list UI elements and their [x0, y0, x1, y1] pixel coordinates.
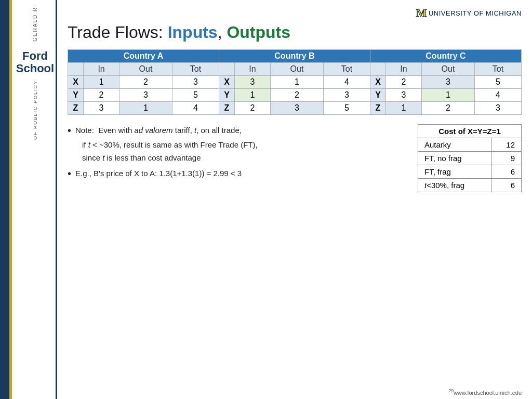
rc-tot-2: 3	[474, 102, 521, 115]
col-b-tot: Tot	[323, 63, 370, 76]
ra-in-2: 3	[84, 102, 119, 115]
country-b-header: Country B	[219, 50, 370, 63]
page-number: 29www.fordschool.umich.edu	[448, 390, 522, 396]
cost-table-wrapper: Cost of X=Y=Z=1 Autarky12FT, no frag9FT,…	[418, 124, 522, 192]
title-prefix: Trade Flows:	[68, 23, 168, 42]
bullet-dot-1: •	[68, 124, 71, 137]
rb-tot-2: 5	[323, 102, 370, 115]
col-c-in: In	[385, 63, 421, 76]
notes-section: • Note: Even with ad valorem tariff, t, …	[68, 124, 402, 182]
note-bullet-1: • Note: Even with ad valorem tariff, t, …	[68, 124, 402, 137]
title-inputs: Inputs	[168, 23, 218, 42]
col-a-in: In	[84, 63, 119, 76]
cost-table-row: FT, frag6	[418, 165, 522, 179]
ra-tot-0: 3	[172, 76, 219, 89]
ford-school-logo: Ford School	[16, 50, 54, 75]
rb-label-2: Z	[219, 102, 234, 115]
col-a-out: Out	[119, 63, 172, 76]
cost-label-1: FT, no frag	[418, 152, 491, 165]
rb-out-1: 2	[271, 89, 324, 102]
ra-out-0: 2	[119, 76, 172, 89]
school-text: School	[16, 62, 54, 75]
sidebar-bottom-text: OF PUBLIC POLICY	[33, 80, 38, 140]
rc-tot-0: 5	[474, 76, 521, 89]
umich-m-icon: M	[416, 6, 427, 20]
col-c-out: Out	[422, 63, 475, 76]
header: M UNIVERSITY OF MICHIGAN	[68, 6, 522, 20]
title-comma: ,	[218, 23, 222, 42]
rc-label-0: X	[370, 76, 385, 89]
col-a-tot: Tot	[172, 63, 219, 76]
note-bullet-2: • E.g., B's price of X to A: 1.3(1+1.3(1…	[68, 167, 402, 180]
table-wrapper: Country A Country B Country C In Out Tot…	[68, 49, 522, 115]
sidebar: GERALD R. Ford School OF PUBLIC POLICY	[0, 0, 57, 399]
rc-out-2: 2	[422, 102, 475, 115]
col-b-out: Out	[271, 63, 324, 76]
rc-label-2: Z	[370, 102, 385, 115]
rb-label-0: X	[219, 76, 234, 89]
note-indent-1: if t < ~30%, result is same as with Free…	[68, 139, 402, 151]
ra-label-2: Z	[68, 102, 84, 115]
rb-in-0: 3	[234, 76, 270, 89]
ra-in-1: 2	[84, 89, 119, 102]
ra-out-2: 1	[119, 102, 172, 115]
cost-table: Cost of X=Y=Z=1 Autarky12FT, no frag9FT,…	[418, 124, 522, 192]
sidebar-content: GERALD R. Ford School OF PUBLIC POLICY	[15, 0, 56, 399]
note-text-2: E.g., B's price of X to A: 1.3(1+1.3(1))…	[75, 167, 242, 179]
cost-label-3: t<30%, frag	[418, 179, 491, 192]
rc-tot-1: 4	[474, 89, 521, 102]
footer-url: www.fordschool.umich.edu	[454, 390, 522, 396]
rc-label-1: Y	[370, 89, 385, 102]
rc-out-1: 1	[422, 89, 475, 102]
ra-label-0: X	[68, 76, 84, 89]
rb-in-1: 1	[234, 89, 270, 102]
ra-tot-1: 5	[172, 89, 219, 102]
rb-in-2: 2	[234, 102, 270, 115]
table-row: Y235Y123Y314	[68, 89, 522, 102]
table-row: Z314Z235Z123	[68, 102, 522, 115]
table-row: X123X314X235	[68, 76, 522, 89]
cost-value-0: 12	[491, 138, 522, 152]
note-indent-2: since t is less than cost advantage	[68, 152, 402, 164]
cost-value-1: 9	[491, 152, 522, 165]
col-b-in: In	[234, 63, 270, 76]
rc-in-2: 1	[385, 102, 421, 115]
cost-value-2: 6	[491, 165, 522, 179]
cost-table-row: FT, no frag9	[418, 152, 522, 165]
ra-label-1: Y	[68, 89, 84, 102]
bottom-section: • Note: Even with ad valorem tariff, t, …	[68, 124, 522, 192]
cost-table-header: Cost of X=Y=Z=1	[418, 125, 522, 138]
cost-table-row: Autarky12	[418, 138, 522, 152]
umich-logo: M UNIVERSITY OF MICHIGAN	[416, 6, 522, 20]
sidebar-blue-bar	[0, 0, 9, 399]
footer: 29www.fordschool.umich.edu	[448, 388, 522, 396]
rc-out-0: 3	[422, 76, 475, 89]
rb-tot-0: 4	[323, 76, 370, 89]
title-outputs: Outputs	[222, 23, 291, 42]
bullet-dot-2: •	[68, 167, 71, 180]
rc-in-1: 3	[385, 89, 421, 102]
sidebar-top-text: GERALD R.	[32, 4, 38, 42]
col-c-tot: Tot	[474, 63, 521, 76]
ra-in-0: 1	[84, 76, 119, 89]
slide-title: Trade Flows: Inputs, Outputs	[68, 23, 522, 42]
rc-in-0: 2	[385, 76, 421, 89]
ra-tot-2: 4	[172, 102, 219, 115]
cost-label-2: FT, frag	[418, 165, 491, 179]
note-text-1: Note: Even with ad valorem tariff, t, on…	[75, 124, 242, 136]
rb-out-0: 1	[271, 76, 324, 89]
cost-table-row: t<30%, frag6	[418, 179, 522, 192]
ford-text: Ford	[16, 50, 54, 62]
ra-out-1: 3	[119, 89, 172, 102]
rb-out-2: 3	[271, 102, 324, 115]
country-a-header: Country A	[68, 50, 219, 63]
country-c-header: Country C	[370, 50, 521, 63]
rb-tot-1: 3	[323, 89, 370, 102]
cost-label-0: Autarky	[418, 138, 491, 152]
main-content: M UNIVERSITY OF MICHIGAN Trade Flows: In…	[57, 0, 532, 399]
sidebar-gold-bar	[9, 0, 12, 399]
trade-table: Country A Country B Country C In Out Tot…	[68, 49, 522, 115]
rb-label-1: Y	[219, 89, 234, 102]
umich-text: UNIVERSITY OF MICHIGAN	[429, 9, 522, 17]
cost-value-3: 6	[491, 179, 522, 192]
